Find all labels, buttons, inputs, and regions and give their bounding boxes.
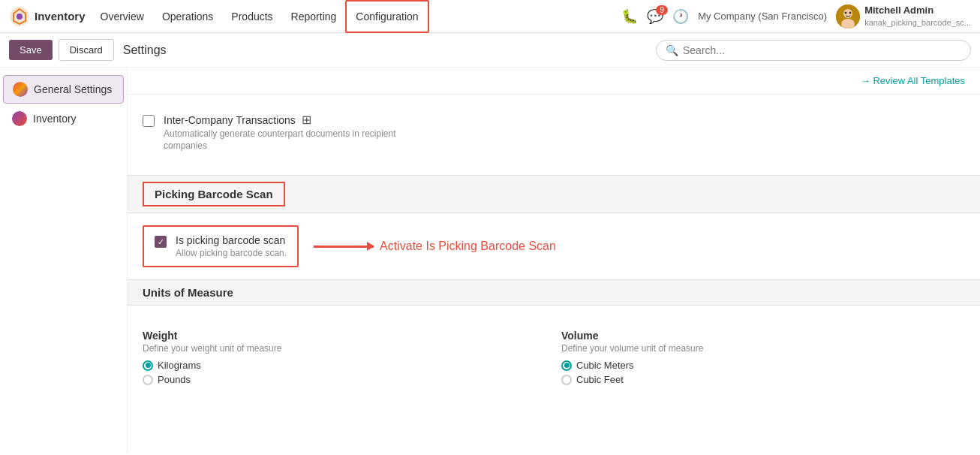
top-nav: Inventory Overview Operations Products R… — [0, 0, 980, 33]
weight-label: Weight — [143, 330, 546, 342]
content-area: → Review All Templates Inter-Company Tra… — [128, 68, 980, 453]
units-section-content: Weight Define your weight unit of measur… — [128, 306, 980, 412]
picking-barcode-section-title: Picking Barcode Scan — [143, 182, 285, 206]
nav-right-actions: 🐛 💬 9 🕐 My Company (San Francisco) — [621, 5, 971, 29]
pounds-row[interactable]: Pounds — [143, 374, 546, 385]
units-header-wrap: Units of Measure — [128, 279, 980, 306]
inter-company-info: Inter-Company Transactions ⊞ Automatical… — [164, 113, 396, 151]
picking-checkbox-row: ✓ Is picking barcode scan Allow picking … — [143, 225, 299, 267]
nav-configuration[interactable]: Configuration — [345, 0, 428, 33]
kilograms-radio[interactable] — [143, 360, 153, 371]
page-title: Settings — [123, 44, 167, 57]
volume-group: Volume Define your volume unit of measur… — [561, 330, 965, 388]
general-settings-icon — [13, 82, 28, 97]
cubic-feet-label: Cubic Feet — [576, 374, 624, 385]
picking-row-wrapper: ✓ Is picking barcode scan Allow picking … — [143, 225, 965, 267]
company-name[interactable]: My Company (San Francisco) — [698, 11, 827, 22]
svg-point-2 — [17, 14, 23, 20]
kilograms-dot — [146, 363, 151, 368]
cubic-feet-radio[interactable] — [561, 375, 572, 385]
user-menu[interactable]: Mitchell Admin kanak_picking_barcode_sc.… — [836, 5, 971, 29]
inter-company-section: Inter-Company Transactions ⊞ Automatical… — [128, 95, 980, 175]
picking-barcode-label: Is picking barcode scan — [176, 234, 287, 246]
units-grid: Weight Define your weight unit of measur… — [143, 318, 965, 400]
kilograms-row[interactable]: Kilograms — [143, 360, 546, 371]
weight-group: Weight Define your weight unit of measur… — [143, 330, 546, 388]
inter-company-checkbox[interactable] — [143, 115, 155, 127]
cubic-meters-label: Cubic Meters — [576, 360, 634, 371]
weight-desc: Define your weight unit of measure — [143, 343, 546, 354]
sidebar-item-inventory-label: Inventory — [33, 113, 77, 125]
bug-icon: 🐛 — [621, 8, 638, 25]
nav-operations[interactable]: Operations — [153, 0, 222, 33]
cubic-meters-row[interactable]: Cubic Meters — [561, 360, 965, 371]
arrow-annotation: Activate Is Picking Barcode Scan — [314, 240, 556, 253]
review-banner: → Review All Templates — [128, 68, 980, 95]
inter-company-label: Inter-Company Transactions ⊞ — [164, 113, 396, 127]
cubic-meters-radio[interactable] — [561, 360, 572, 371]
save-button[interactable]: Save — [9, 40, 53, 60]
username: Mitchell Admin — [864, 5, 971, 17]
sidebar-item-inventory[interactable]: Inventory — [3, 105, 124, 132]
main-content: General Settings Inventory → Review All … — [0, 68, 980, 453]
inter-company-row: Inter-Company Transactions ⊞ Automatical… — [143, 107, 965, 163]
inventory-icon — [12, 111, 27, 126]
picking-barcode-header-wrap: Picking Barcode Scan — [128, 175, 980, 213]
cubic-feet-row[interactable]: Cubic Feet — [561, 374, 965, 385]
picking-barcode-checkbox[interactable]: ✓ — [155, 236, 167, 248]
app-logo-icon — [9, 6, 30, 27]
sidebar: General Settings Inventory — [0, 68, 128, 453]
pounds-label: Pounds — [158, 374, 191, 385]
settings-toolbar: Save Discard Settings 🔍 — [0, 33, 980, 68]
clock-button[interactable]: 🕐 — [672, 8, 689, 25]
nav-reporting[interactable]: Reporting — [282, 0, 346, 33]
picking-barcode-desc: Allow picking barcode scan. — [176, 248, 287, 258]
search-input[interactable] — [683, 44, 961, 56]
search-box: 🔍 — [656, 40, 971, 61]
messages-button[interactable]: 💬 9 — [647, 8, 663, 25]
sidebar-item-general-label: General Settings — [34, 83, 112, 95]
search-icon: 🔍 — [666, 44, 678, 56]
sidebar-item-general-settings[interactable]: General Settings — [3, 75, 124, 104]
bug-report-button[interactable]: 🐛 — [621, 8, 638, 25]
clock-icon: 🕐 — [672, 8, 689, 25]
avatar — [836, 5, 860, 29]
userfile: kanak_picking_barcode_sc... — [864, 17, 971, 28]
volume-desc: Define your volume unit of measure — [561, 343, 965, 354]
picking-checkbox-content: Is picking barcode scan Allow picking ba… — [176, 234, 287, 258]
pounds-radio[interactable] — [143, 375, 153, 385]
review-all-templates-link[interactable]: → Review All Templates — [861, 75, 965, 86]
nav-products[interactable]: Products — [222, 0, 281, 33]
inter-company-desc-line2: companies — [164, 140, 396, 151]
inter-company-label-text: Inter-Company Transactions — [164, 114, 296, 126]
arrow-annotation-text: Activate Is Picking Barcode Scan — [380, 240, 556, 253]
svg-point-6 — [845, 11, 847, 14]
inter-company-desc-line1: Automatically generate counterpart docum… — [164, 128, 396, 139]
messages-badge: 9 — [656, 5, 668, 15]
app-logo[interactable]: Inventory — [9, 6, 86, 27]
user-avatar-image — [836, 5, 860, 29]
nav-overview[interactable]: Overview — [92, 0, 153, 33]
discard-button[interactable]: Discard — [59, 39, 114, 61]
app-name: Inventory — [35, 10, 86, 23]
kilograms-label: Kilograms — [158, 360, 201, 371]
inter-company-icon: ⊞ — [302, 113, 311, 126]
arrow-line — [314, 246, 374, 248]
volume-label: Volume — [561, 330, 965, 342]
cubic-meters-dot — [564, 363, 570, 368]
svg-point-7 — [849, 11, 852, 14]
picking-section-content: ✓ Is picking barcode scan Allow picking … — [128, 213, 980, 279]
user-info: Mitchell Admin kanak_picking_barcode_sc.… — [864, 5, 971, 28]
units-section-title: Units of Measure — [143, 286, 233, 299]
